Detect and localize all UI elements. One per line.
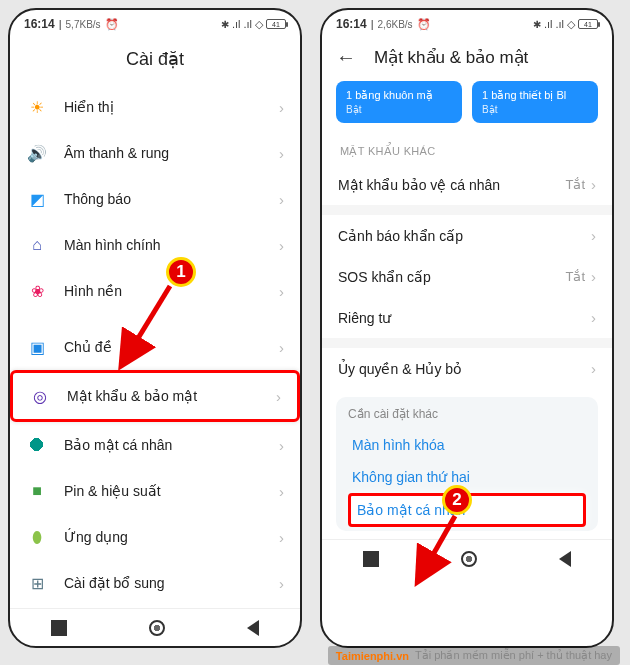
phone-right: 16:14 | 2,6KB/s ⏰ ✱ .ıl .ıl ◇ 41 ← Mật k… (320, 8, 614, 648)
settings-row[interactable]: ☀ Hiển thị › (10, 84, 300, 130)
signal-icon-2: .ıl (555, 18, 564, 30)
wifi-icon: ◇ (255, 18, 263, 31)
divider (322, 205, 612, 215)
row-icon: ◎ (29, 385, 51, 407)
settings-row[interactable]: Cảnh báo khẩn cấp › (322, 215, 612, 256)
chevron-right-icon: › (279, 437, 284, 454)
unlock-card[interactable]: 1 bằng khuôn mặBật (336, 81, 462, 123)
back-button[interactable] (559, 551, 571, 567)
battery-icon: 41 (266, 19, 286, 29)
unlock-cards: 1 bằng khuôn mặBật1 bằng thiết bị BlBật (322, 81, 612, 133)
back-button[interactable] (247, 620, 259, 636)
divider: | (59, 18, 62, 30)
row-icon: ☀ (26, 96, 48, 118)
settings-row[interactable]: 🔊 Âm thanh & rung › (10, 130, 300, 176)
row-label: Riêng tư (338, 310, 591, 326)
row-label: Mật khẩu bảo vệ cá nhân (338, 177, 565, 193)
settings-row[interactable]: ◎ Mật khẩu & bảo mật › (10, 370, 300, 422)
net-speed: 2,6KB/s (378, 19, 413, 30)
row-label: Cài đặt bổ sung (64, 575, 279, 591)
card-title: 1 bằng thiết bị Bl (482, 89, 588, 102)
status-bar: 16:14 | 5,7KB/s ⏰ ✱ .ıl .ıl ◇ 41 (10, 10, 300, 38)
chevron-right-icon: › (279, 237, 284, 254)
more-link[interactable]: Màn hình khóa (348, 429, 586, 461)
back-icon[interactable]: ← (336, 46, 356, 69)
alarm-icon: ⏰ (105, 18, 119, 31)
row-label: Ứng dụng (64, 529, 279, 545)
row-label: Ủy quyền & Hủy bỏ (338, 361, 591, 377)
chevron-right-icon: › (591, 227, 596, 244)
row-label: Mật khẩu & bảo mật (67, 388, 276, 404)
card-title: 1 bằng khuôn mặ (346, 89, 452, 102)
row-icon: ❀ (26, 280, 48, 302)
signal-icon: .ıl (544, 18, 553, 30)
row-icon: ⌂ (26, 234, 48, 256)
net-speed: 5,7KB/s (66, 19, 101, 30)
signal-icon: .ıl (232, 18, 241, 30)
settings-row[interactable]: Mật khẩu bảo vệ cá nhân Tắt › (322, 164, 612, 205)
card-status: Bật (482, 104, 588, 115)
time: 16:14 (24, 17, 55, 31)
chevron-right-icon: › (279, 99, 284, 116)
android-navbar (322, 539, 612, 577)
phone-left: 16:14 | 5,7KB/s ⏰ ✱ .ıl .ıl ◇ 41 Cài đặt… (8, 8, 302, 648)
row-label: Âm thanh & rung (64, 145, 279, 161)
settings-list: ☀ Hiển thị ›🔊 Âm thanh & rung ›◩ Thông b… (10, 84, 300, 608)
wifi-icon: ◇ (567, 18, 575, 31)
divider (322, 338, 612, 348)
settings-row[interactable]: ■ Pin & hiệu suất › (10, 468, 300, 514)
home-button[interactable] (149, 620, 165, 636)
battery-icon: 41 (578, 19, 598, 29)
more-header: Cần cài đặt khác (348, 407, 586, 421)
unlock-card[interactable]: 1 bằng thiết bị BlBật (472, 81, 598, 123)
chevron-right-icon: › (279, 529, 284, 546)
settings-row[interactable]: ⬮ Ứng dụng › (10, 514, 300, 560)
row-value: Tắt (565, 269, 585, 284)
chevron-right-icon: › (279, 145, 284, 162)
row-label: Bảo mật cá nhân (64, 437, 279, 453)
row-icon: ■ (26, 480, 48, 502)
card-status: Bật (346, 104, 452, 115)
settings-row[interactable]: ◩ Thông báo › (10, 176, 300, 222)
settings-row[interactable]: SOS khẩn cấp Tắt › (322, 256, 612, 297)
settings-row[interactable]: ❀ Hình nền › (10, 268, 300, 314)
row-label: Hình nền (64, 283, 279, 299)
chevron-right-icon: › (591, 268, 596, 285)
settings-row[interactable]: Riêng tư › (322, 297, 612, 338)
settings-row[interactable]: ⯃ Bảo mật cá nhân › (10, 422, 300, 468)
row-label: Chủ đề (64, 339, 279, 355)
android-navbar (10, 608, 300, 646)
row-icon: 🔊 (26, 142, 48, 164)
chevron-right-icon: › (279, 191, 284, 208)
home-button[interactable] (461, 551, 477, 567)
chevron-right-icon: › (591, 309, 596, 326)
row-label: Thông báo (64, 191, 279, 207)
callout-badge-2: 2 (442, 485, 472, 515)
time: 16:14 (336, 17, 367, 31)
status-bar: 16:14 | 2,6KB/s ⏰ ✱ .ıl .ıl ◇ 41 (322, 10, 612, 38)
row-label: Màn hình chính (64, 237, 279, 253)
alarm-icon: ⏰ (417, 18, 431, 31)
chevron-right-icon: › (279, 339, 284, 356)
settings-row[interactable]: ⌂ Màn hình chính › (10, 222, 300, 268)
recents-button[interactable] (363, 551, 379, 567)
chevron-right-icon: › (279, 483, 284, 500)
page-title: Mật khẩu & bảo mật (374, 47, 528, 68)
recents-button[interactable] (51, 620, 67, 636)
page-title: Cài đặt (10, 38, 300, 84)
settings-row[interactable]: ⊞ Cài đặt bổ sung › (10, 560, 300, 606)
row-label: SOS khẩn cấp (338, 269, 565, 285)
row-icon: ⬮ (26, 526, 48, 548)
settings-row[interactable]: ▣ Chủ đề › (10, 324, 300, 370)
watermark-logo: Taimienphi.vn (336, 650, 409, 662)
row-label: Cảnh báo khẩn cấp (338, 228, 591, 244)
chevron-right-icon: › (276, 388, 281, 405)
callout-badge-1: 1 (166, 257, 196, 287)
row-icon: ▣ (26, 336, 48, 358)
header: ← Mật khẩu & bảo mật (322, 38, 612, 81)
bluetooth-icon: ✱ (533, 19, 541, 30)
chevron-right-icon: › (591, 176, 596, 193)
row-label: Hiển thị (64, 99, 279, 115)
settings-row[interactable]: Ủy quyền & Hủy bỏ › (322, 348, 612, 389)
chevron-right-icon: › (591, 360, 596, 377)
